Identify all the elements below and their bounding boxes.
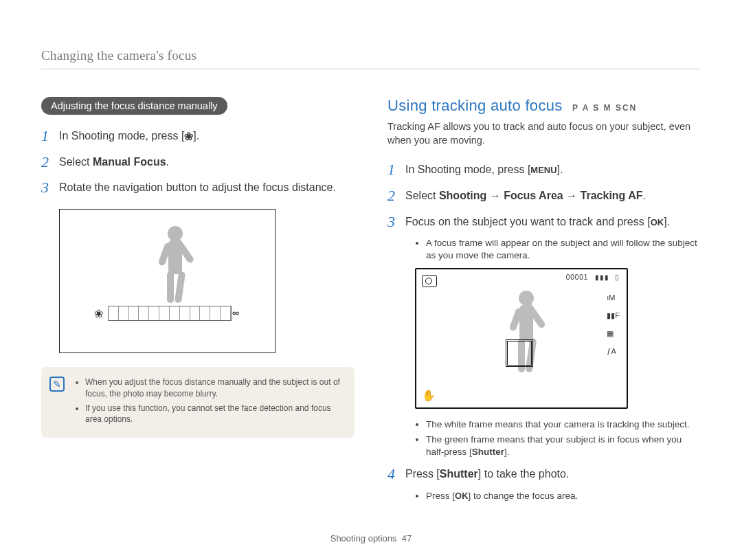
- arrow-icon: →: [563, 190, 581, 201]
- manual-focus-illustration: ❀ ∞: [59, 209, 276, 353]
- step-1: 1 In Shooting mode, press [❀].: [41, 126, 355, 146]
- t: Shooting: [439, 190, 486, 201]
- focus-distance-slider: [108, 306, 232, 321]
- step-number: 1: [387, 159, 405, 180]
- bullet: The white frame means that your camera i…: [426, 418, 701, 431]
- section-intro: Tracking AF allows you to track and auto…: [387, 120, 701, 147]
- t: Press [: [426, 491, 455, 501]
- t: Select: [405, 190, 439, 201]
- note-item: When you adjust the focus distance manua…: [85, 377, 344, 400]
- step2-pre: Select: [59, 156, 93, 168]
- t: Shutter: [472, 447, 504, 457]
- ok-key-icon: OK: [455, 491, 469, 501]
- t: Focus Area: [504, 190, 563, 201]
- step2-post: .: [166, 156, 169, 168]
- step1-pre: In Shooting mode, press [: [59, 130, 184, 142]
- step-1: 1 In Shooting mode, press [MENU].: [387, 159, 701, 180]
- t: Tracking AF: [581, 190, 643, 201]
- t: ] to change the focus area.: [469, 491, 578, 501]
- t: ].: [557, 164, 563, 175]
- svg-point-0: [168, 226, 183, 241]
- t: ].: [504, 447, 510, 457]
- left-steps: 1 In Shooting mode, press [❀]. 2 Select …: [41, 126, 355, 198]
- step-4: 4 Press [Shutter] to take the photo.: [387, 464, 701, 484]
- step-text: Select Shooting → Focus Area → Tracking …: [405, 186, 646, 206]
- right-steps-cont: 4 Press [Shutter] to take the photo.: [387, 464, 701, 484]
- svg-rect-5: [175, 271, 186, 304]
- step-3: 3 Focus on the subject you want to track…: [387, 212, 701, 232]
- t: Shutter: [440, 468, 478, 480]
- t: ].: [664, 216, 670, 227]
- section-heading-row: Using tracking auto focus P A S M SCN: [387, 97, 701, 115]
- step-text: In Shooting mode, press [❀].: [59, 126, 199, 146]
- step1-post: ].: [193, 130, 199, 142]
- step4-subbullets: Press [OK] to change the focus area.: [415, 490, 701, 502]
- section-title: Using tracking auto focus: [387, 97, 563, 114]
- step-number: 4: [387, 464, 405, 484]
- mode-letters: P A S M SCN: [572, 103, 637, 113]
- page-footer: Shooting options 47: [0, 533, 742, 544]
- step-3: 3 Rotate the navigation button to adjust…: [41, 177, 355, 198]
- note-icon: ✎: [49, 377, 65, 392]
- ok-key-icon: OK: [651, 217, 664, 227]
- step-number: 3: [41, 177, 59, 198]
- step-number: 3: [387, 212, 405, 232]
- svg-point-6: [519, 291, 534, 306]
- t: Press [: [405, 468, 440, 480]
- step-text: Rotate the navigation button to adjust t…: [59, 177, 336, 198]
- step-2: 2 Select Shooting → Focus Area → Trackin…: [387, 186, 701, 206]
- macro-flower-icon: ❀: [94, 307, 103, 320]
- right-column: Using tracking auto focus P A S M SCN Tr…: [387, 97, 701, 508]
- step-text: Press [Shutter] to take the photo.: [405, 464, 569, 484]
- t: ] to take the photo.: [478, 468, 570, 480]
- step-2: 2 Select Manual Focus.: [41, 152, 355, 172]
- bullet: The green frame means that your subject …: [426, 434, 701, 458]
- svg-rect-4: [167, 271, 174, 303]
- step-text: In Shooting mode, press [MENU].: [405, 159, 563, 180]
- step-text: Select Manual Focus.: [59, 152, 169, 172]
- page-number: 47: [402, 533, 412, 544]
- left-column: Adjusting the focus distance manually 1 …: [41, 97, 355, 508]
- person-silhouette-icon: [60, 210, 276, 354]
- note-item: If you use this function, you cannot set…: [85, 403, 344, 426]
- section-pill-manual-focus: Adjusting the focus distance manually: [41, 97, 227, 115]
- t: In Shooting mode, press [: [405, 164, 530, 175]
- arrow-icon: →: [486, 190, 504, 201]
- bullet: Press [OK] to change the focus area.: [426, 490, 701, 502]
- page-header: Changing the camera's focus: [41, 48, 701, 69]
- step-text: Focus on the subject you want to track a…: [405, 212, 670, 232]
- bullet: A focus frame will appear on the subject…: [426, 237, 701, 262]
- t: .: [643, 190, 646, 201]
- tracking-af-illustration: 00001 ▮▮▮ ▯ ıM ▮▮F ▦ ƒA: [415, 268, 628, 409]
- macro-flower-icon: ❀: [184, 129, 193, 144]
- step-number: 2: [387, 186, 405, 206]
- step-number: 1: [41, 126, 59, 146]
- anti-shake-icon: ✋: [422, 389, 436, 402]
- step2-bold: Manual Focus: [93, 156, 166, 168]
- infinity-icon: ∞: [232, 307, 239, 318]
- t: The green frame means that your subject …: [426, 434, 682, 457]
- step-number: 2: [41, 152, 59, 172]
- t: Focus on the subject you want to track a…: [405, 216, 651, 227]
- after-illus-bullets: The white frame means that your camera i…: [415, 418, 701, 459]
- focus-frame-icon: [506, 339, 533, 367]
- step3-subbullets: A focus frame will appear on the subject…: [415, 237, 701, 262]
- footer-label: Shooting options: [330, 533, 397, 544]
- right-steps: 1 In Shooting mode, press [MENU]. 2 Sele…: [387, 159, 701, 232]
- menu-key-icon: MENU: [530, 165, 556, 175]
- note-box: ✎ When you adjust the focus distance man…: [41, 367, 355, 438]
- two-column-layout: Adjusting the focus distance manually 1 …: [41, 97, 701, 508]
